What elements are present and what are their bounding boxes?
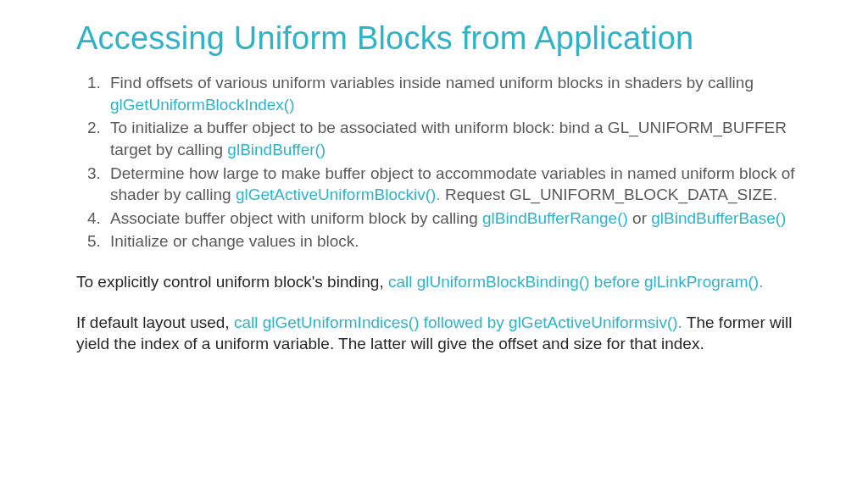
- step3-text-b: Request GL_UNIFORM_BLOCK_DATA_SIZE.: [445, 186, 777, 203]
- step-item-4: Associate buffer object with uniform blo…: [105, 208, 817, 230]
- api-uniformIndices-call: call glGetUniformIndices() followed by g…: [234, 313, 687, 331]
- api-bindBufferBase: glBindBufferBase(): [651, 209, 786, 227]
- step4-text-a: Associate buffer object with uniform blo…: [110, 209, 482, 227]
- step-item-2: To initialize a buffer object to be asso…: [105, 117, 817, 160]
- step4-text-b: or: [628, 209, 651, 227]
- slide-title: Accessing Uniform Blocks from Applicatio…: [76, 20, 817, 57]
- paragraph-default-layout: If default layout used, call glGetUnifor…: [76, 312, 817, 355]
- api-bindBufferRange: glBindBufferRange(): [482, 209, 628, 227]
- api-getUniformBlockIndex: glGetUniformBlockIndex(): [110, 96, 295, 114]
- api-getActiveUniformBlockiv: glGetActiveUniformBlockiv().: [236, 186, 445, 203]
- p2-bold: If default layout used,: [76, 313, 234, 331]
- step-item-3: Determine how large to make buffer objec…: [105, 163, 817, 206]
- p1-bold: To explicitly control uniform block's bi…: [76, 273, 388, 291]
- steps-list: Find offsets of various uniform variable…: [76, 72, 817, 252]
- api-bindBuffer: glBindBuffer(): [227, 141, 326, 158]
- api-uniformBlockBinding-call: call glUniformBlockBinding() before glLi…: [388, 273, 763, 291]
- step2-text: To initialize a buffer object to be asso…: [110, 119, 787, 158]
- step1-text: Find offsets of various uniform variable…: [110, 74, 754, 92]
- slide-region: Accessing Uniform Blocks from Applicatio…: [0, 0, 868, 488]
- paragraph-explicit-binding: To explicitly control uniform block's bi…: [76, 271, 817, 293]
- step5-text: Initialize or change values in block.: [110, 232, 359, 250]
- step-item-1: Find offsets of various uniform variable…: [105, 72, 817, 115]
- step-item-5: Initialize or change values in block.: [105, 230, 817, 252]
